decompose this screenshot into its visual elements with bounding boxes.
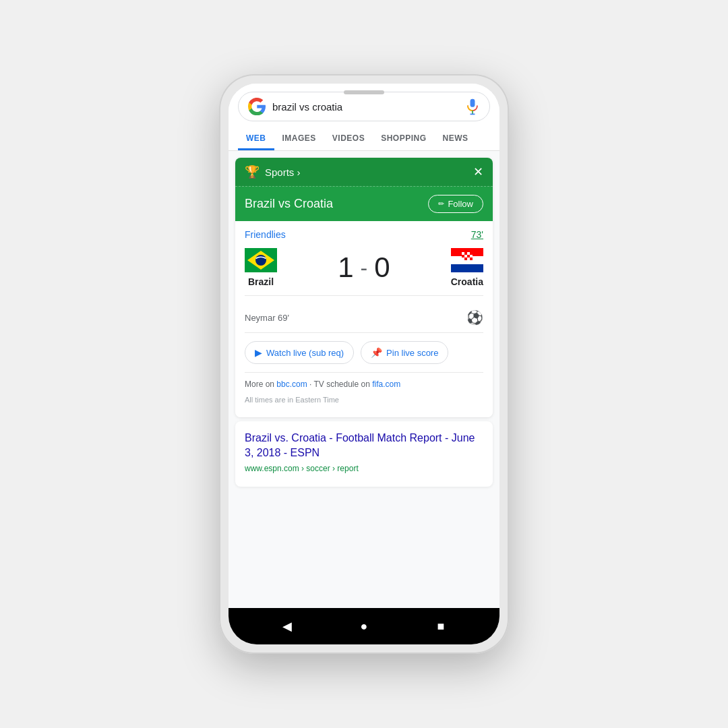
pin-score-button[interactable]: 📌 Pin live score [361, 341, 448, 364]
follow-button[interactable]: ✏ Follow [428, 195, 483, 213]
svg-rect-11 [464, 252, 467, 255]
soccer-ball-icon: ⚽ [466, 309, 483, 326]
svg-rect-0 [471, 99, 475, 107]
match-meta: Friendlies 73' [245, 229, 483, 240]
match-details: Friendlies 73' [235, 221, 493, 417]
svg-rect-21 [470, 257, 473, 260]
pin-label: Pin live score [386, 348, 438, 358]
sports-header: 🏆 Sports › ✕ [235, 158, 493, 186]
watch-label: Watch live (sub req) [266, 348, 344, 358]
svg-rect-17 [470, 255, 473, 257]
team-home-name: Brazil [248, 276, 274, 287]
svg-rect-20 [467, 257, 470, 260]
result-url: www.espn.com › soccer › report [245, 464, 483, 473]
android-nav-bar: ◀ ● ■ [229, 608, 499, 644]
fifa-link[interactable]: fifa.com [372, 380, 400, 389]
svg-point-5 [255, 255, 266, 266]
more-links: More on bbc.com · TV schedule on fifa.co… [245, 373, 483, 393]
sports-card: 🏆 Sports › ✕ Brazil vs Croatia ✏ Follow [235, 158, 493, 417]
match-category: Friendlies [245, 229, 286, 240]
play-icon: ▶ [255, 347, 262, 358]
match-title: Brazil vs Croatia [245, 197, 333, 211]
pin-icon: 📌 [371, 347, 382, 358]
phone-speaker [344, 90, 384, 94]
svg-rect-8 [451, 264, 483, 272]
sports-header-left: 🏆 Sports › [245, 164, 301, 179]
score-away: 0 [374, 251, 390, 284]
score-home: 1 [338, 251, 353, 284]
microphone-icon[interactable] [465, 98, 480, 115]
screen-content: brazil vs croatia WEB IMAGES VIDEOS [229, 84, 499, 644]
croatia-flag [451, 248, 483, 272]
scorer-text: Neymar 69' [245, 313, 289, 323]
svg-rect-15 [464, 255, 467, 257]
action-buttons: ▶ Watch live (sub req) 📌 Pin live score [245, 333, 483, 373]
team-away-name: Croatia [451, 276, 483, 287]
svg-rect-14 [462, 255, 464, 257]
brazil-flag [245, 248, 277, 272]
svg-rect-13 [470, 252, 473, 255]
more-prefix: More on [245, 380, 276, 389]
score-row: Brazil 1 - 0 [245, 248, 483, 296]
timezone-note: All times are in Eastern Time [245, 393, 483, 409]
team-home: Brazil [245, 248, 277, 287]
tab-shopping[interactable]: SHOPPING [373, 128, 434, 150]
tab-videos[interactable]: VIDEOS [324, 128, 373, 150]
follow-label: Follow [448, 199, 473, 209]
match-time[interactable]: 73' [471, 229, 483, 240]
sports-label[interactable]: Sports › [265, 166, 301, 178]
tab-news[interactable]: NEWS [435, 128, 477, 150]
svg-rect-19 [464, 257, 467, 260]
close-button[interactable]: ✕ [473, 164, 483, 179]
tab-images[interactable]: IMAGES [274, 128, 324, 150]
back-button[interactable]: ◀ [279, 618, 295, 634]
score-display: 1 - 0 [338, 251, 390, 284]
more-mid: · TV schedule on [307, 380, 373, 389]
search-result-card[interactable]: Brazil vs. Croatia - Football Match Repo… [235, 421, 493, 487]
google-logo [248, 98, 266, 115]
home-button[interactable]: ● [356, 618, 372, 634]
scorer-row: Neymar 69' ⚽ [245, 303, 483, 333]
recent-button[interactable]: ■ [433, 618, 449, 634]
bbc-link[interactable]: bbc.com [276, 380, 307, 389]
result-title[interactable]: Brazil vs. Croatia - Football Match Repo… [245, 431, 483, 461]
search-bar[interactable]: brazil vs croatia [238, 92, 490, 121]
main-scroll[interactable]: 🏆 Sports › ✕ Brazil vs Croatia ✏ Follow [229, 151, 499, 608]
svg-rect-18 [462, 257, 464, 260]
search-query: brazil vs croatia [272, 101, 465, 113]
tab-web[interactable]: WEB [238, 128, 274, 150]
score-sep: - [361, 255, 368, 280]
svg-rect-12 [467, 252, 470, 255]
sports-match-header: Brazil vs Croatia ✏ Follow [235, 186, 493, 221]
trophy-icon: 🏆 [245, 164, 260, 179]
watch-live-button[interactable]: ▶ Watch live (sub req) [245, 341, 354, 364]
phone-device: brazil vs croatia WEB IMAGES VIDEOS [219, 74, 509, 654]
svg-rect-16 [467, 255, 470, 257]
team-away: Croatia [451, 248, 483, 287]
search-tabs: WEB IMAGES VIDEOS SHOPPING NEWS [238, 128, 490, 150]
svg-rect-10 [462, 252, 464, 255]
phone-screen: brazil vs croatia WEB IMAGES VIDEOS [229, 84, 499, 644]
pencil-icon: ✏ [438, 200, 444, 208]
